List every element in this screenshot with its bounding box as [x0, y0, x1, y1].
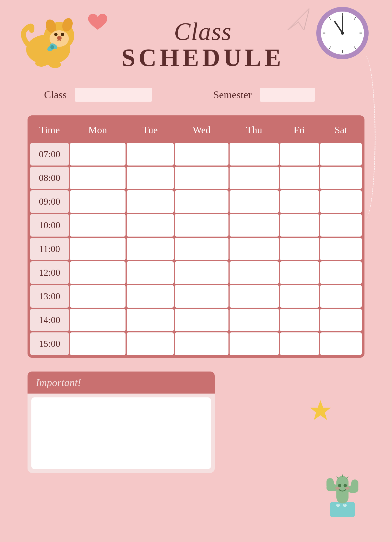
col-header-thu: Thu — [230, 118, 279, 142]
col-header-fri: Fri — [280, 118, 319, 142]
schedule-cell[interactable] — [320, 261, 362, 284]
schedule-cell[interactable] — [70, 285, 126, 308]
important-body[interactable] — [31, 397, 211, 469]
schedule-cell[interactable] — [230, 214, 279, 237]
svg-marker-0 — [287, 8, 309, 30]
schedule-cell[interactable] — [280, 332, 319, 355]
schedule-cell[interactable] — [280, 309, 319, 331]
svg-point-40 — [335, 487, 340, 490]
schedule-cell[interactable] — [70, 190, 126, 213]
svg-point-41 — [345, 487, 350, 490]
schedule-cell[interactable] — [230, 309, 279, 331]
class-label: Class — [44, 89, 67, 101]
schedule-cell[interactable] — [127, 309, 174, 331]
schedule-cell[interactable] — [320, 285, 362, 308]
schedule-cell[interactable] — [127, 332, 174, 355]
schedule-table-wrapper: Time Mon Tue Wed Thu Fri Sat 07:0008:000… — [28, 115, 364, 358]
svg-rect-29 — [330, 502, 355, 517]
schedule-cell[interactable] — [230, 285, 279, 308]
time-cell: 12:00 — [30, 261, 69, 284]
time-cell: 07:00 — [30, 143, 69, 166]
time-cell: 14:00 — [30, 309, 69, 331]
table-row: 09:00 — [30, 190, 362, 213]
schedule-cell[interactable] — [280, 143, 319, 166]
table-row: 12:00 — [30, 261, 362, 284]
schedule-cell[interactable] — [230, 167, 279, 189]
table-row: 15:00 — [30, 332, 362, 355]
svg-point-38 — [338, 484, 341, 487]
page: Class SCHEDULE Class Semester Time Mon T… — [0, 0, 392, 542]
class-input[interactable] — [75, 88, 152, 102]
col-header-wed: Wed — [175, 118, 228, 142]
schedule-cell[interactable] — [230, 261, 279, 284]
schedule-cell[interactable] — [230, 190, 279, 213]
svg-line-36 — [337, 476, 338, 479]
schedule-cell[interactable] — [230, 332, 279, 355]
schedule-cell[interactable] — [127, 143, 174, 166]
table-row: 11:00 — [30, 238, 362, 260]
schedule-cell[interactable] — [175, 238, 228, 260]
svg-marker-28 — [310, 400, 331, 420]
table-row: 14:00 — [30, 309, 362, 331]
table-row: 13:00 — [30, 285, 362, 308]
schedule-cell[interactable] — [320, 238, 362, 260]
svg-rect-32 — [326, 478, 334, 489]
svg-point-9 — [57, 36, 62, 40]
schedule-cell[interactable] — [127, 190, 174, 213]
svg-point-39 — [344, 484, 347, 487]
svg-line-37 — [347, 476, 348, 479]
schedule-cell[interactable] — [230, 238, 279, 260]
svg-point-14 — [49, 61, 61, 68]
schedule-cell[interactable] — [175, 261, 228, 284]
svg-rect-30 — [336, 476, 349, 503]
schedule-cell[interactable] — [127, 238, 174, 260]
schedule-cell[interactable] — [70, 214, 126, 237]
paper-plane-icon — [287, 8, 309, 30]
schedule-cell[interactable] — [70, 261, 126, 284]
star-icon — [309, 399, 331, 421]
schedule-cell[interactable] — [127, 285, 174, 308]
time-cell: 10:00 — [30, 214, 69, 237]
schedule-cell[interactable] — [280, 285, 319, 308]
schedule-cell[interactable] — [230, 143, 279, 166]
schedule-cell[interactable] — [70, 167, 126, 189]
time-cell: 15:00 — [30, 332, 69, 355]
schedule-cell[interactable] — [175, 332, 228, 355]
schedule-cell[interactable] — [280, 238, 319, 260]
svg-rect-34 — [351, 479, 358, 490]
schedule-cell[interactable] — [175, 285, 228, 308]
schedule-table: Time Mon Tue Wed Thu Fri Sat 07:0008:000… — [29, 117, 363, 356]
schedule-cell[interactable] — [70, 143, 126, 166]
important-section: Important! — [28, 372, 215, 473]
schedule-cell[interactable] — [320, 309, 362, 331]
schedule-cell[interactable] — [70, 309, 126, 331]
schedule-cell[interactable] — [175, 214, 228, 237]
schedule-cell[interactable] — [70, 332, 126, 355]
table-header-row: Time Mon Tue Wed Thu Fri Sat — [30, 118, 362, 142]
semester-input[interactable] — [260, 88, 315, 102]
schedule-cell[interactable] — [320, 332, 362, 355]
dashed-decoration — [353, 55, 375, 220]
schedule-cell[interactable] — [280, 261, 319, 284]
schedule-cell[interactable] — [70, 238, 126, 260]
info-row: Class Semester — [28, 88, 364, 102]
schedule-cell[interactable] — [175, 143, 228, 166]
schedule-cell[interactable] — [127, 261, 174, 284]
time-cell: 08:00 — [30, 167, 69, 189]
schedule-cell[interactable] — [175, 309, 228, 331]
time-cell: 09:00 — [30, 190, 69, 213]
schedule-cell[interactable] — [280, 167, 319, 189]
important-header: Important! — [28, 372, 215, 394]
schedule-cell[interactable] — [127, 214, 174, 237]
schedule-cell[interactable] — [175, 190, 228, 213]
schedule-cell[interactable] — [280, 190, 319, 213]
schedule-cell[interactable] — [280, 214, 319, 237]
clock-icon — [315, 6, 370, 61]
cactus-icon — [315, 459, 370, 520]
schedule-cell[interactable] — [175, 167, 228, 189]
table-row: 10:00 — [30, 214, 362, 237]
col-header-mon: Mon — [70, 118, 126, 142]
schedule-cell[interactable] — [127, 167, 174, 189]
semester-label: Semester — [213, 89, 252, 101]
col-header-time: Time — [30, 118, 69, 142]
